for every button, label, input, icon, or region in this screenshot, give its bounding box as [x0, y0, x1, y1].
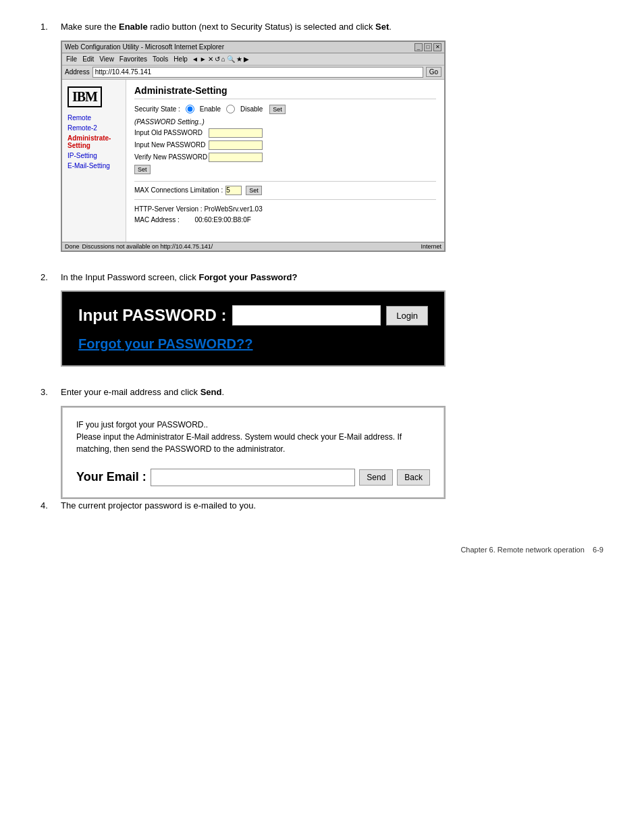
verify-password-label: Verify New PASSWORD	[134, 153, 209, 161]
go-button[interactable]: Go	[426, 67, 441, 77]
step-3-number: 3.	[41, 386, 61, 397]
menu-help[interactable]: Help	[173, 55, 188, 63]
step-1-text-middle: radio button (next to Security Status) i…	[148, 22, 375, 32]
step-1: 1. Make sure the Enable radio button (ne…	[41, 20, 603, 252]
step-4-real-content: The current projector password is e-mail…	[61, 499, 603, 519]
password-section-title: (PASSWORD Setting..)	[134, 118, 436, 126]
enable-radio[interactable]	[186, 105, 194, 113]
address-label: Address	[65, 68, 90, 76]
divider2	[134, 199, 436, 200]
step-2-text-before: In the Input Password screen, click	[61, 272, 198, 282]
security-state-row: Security State : Enable Disable Set	[134, 105, 436, 114]
menu-favorites[interactable]: Favorites	[119, 55, 147, 63]
password-box: Input PASSWORD : Login Forgot your PASSW…	[61, 290, 446, 367]
browser-title: Web Configuration Utility - Microsoft In…	[65, 43, 224, 51]
stop-icon[interactable]: ✕	[208, 55, 213, 63]
browser-window: Web Configuration Utility - Microsoft In…	[61, 41, 446, 252]
menu-file[interactable]: File	[66, 55, 77, 63]
browser-statusbar: Done Discussions not available on http:/…	[62, 242, 444, 251]
password-section: (PASSWORD Setting..) Input Old PASSWORD …	[134, 118, 436, 177]
menu-edit[interactable]: Edit	[82, 55, 94, 63]
new-password-input[interactable]	[209, 140, 263, 150]
home-icon[interactable]: ⌂	[221, 55, 225, 63]
http-server-value: ProWebSrv.ver1.03	[204, 205, 262, 213]
nav-remote[interactable]: Remote	[68, 114, 120, 122]
address-input[interactable]	[92, 67, 423, 78]
browser-menubar: File Edit View Favorites Tools Help ◄ ► …	[62, 53, 444, 66]
password-main-input[interactable]	[232, 305, 381, 325]
footer-page: 6-9	[593, 546, 603, 554]
back-icon[interactable]: ◄	[192, 55, 198, 63]
nav-remote2[interactable]: Remote-2	[68, 124, 120, 132]
minimize-btn[interactable]: _	[414, 43, 423, 51]
back-button[interactable]: Back	[397, 469, 430, 486]
status-left: Done Discussions not available on http:/…	[65, 243, 213, 250]
nav-administrate[interactable]: Administrate-Setting	[68, 134, 120, 149]
server-info: HTTP-Server Version : ProWebSrv.ver1.03 …	[134, 204, 436, 226]
footer-chapter: Chapter 6. Remote network operation	[460, 546, 584, 554]
security-set-btn[interactable]: Set	[269, 105, 286, 114]
verify-password-input[interactable]	[209, 153, 263, 162]
login-button[interactable]: Login	[386, 306, 428, 325]
step-3-bold1: Send	[200, 387, 222, 397]
old-password-input[interactable]	[209, 128, 263, 138]
step-2-text: In the Input Password screen, click Forg…	[61, 271, 603, 284]
max-conn-label: MAX Connections Limitation :	[134, 186, 223, 194]
step-4-real: 4. The current projector password is e-m…	[41, 499, 603, 519]
http-server-row: HTTP-Server Version : ProWebSrv.ver1.03	[134, 204, 436, 215]
email-label: Your Email :	[76, 470, 146, 484]
email-box: IF you just forgot your PASSWORD.. Pleas…	[61, 406, 446, 499]
close-btn[interactable]: ✕	[433, 43, 441, 51]
step-2-bold1: Forgot your Password?	[198, 272, 297, 282]
step-2: 2. In the Input Password screen, click F…	[41, 271, 603, 367]
step-4-real-text: The current projector password is e-mail…	[61, 499, 603, 513]
step-1-text: Make sure the Enable radio button (next …	[61, 20, 603, 34]
max-conn-row: MAX Connections Limitation : Set	[134, 186, 436, 195]
step-1-bold2: Set	[375, 22, 389, 32]
forgot-link[interactable]: Forgot your PASSWORD??	[78, 336, 253, 352]
mac-row: MAC Address : 00:60:E9:00:B8:0F	[134, 215, 436, 226]
forward-icon[interactable]: ►	[200, 55, 207, 63]
step-4-real-number: 4.	[41, 499, 61, 511]
email-box-inner: IF you just forgot your PASSWORD.. Pleas…	[62, 407, 444, 498]
password-set-btn[interactable]: Set	[134, 165, 151, 174]
disable-radio[interactable]	[226, 105, 235, 113]
step-3-content: Enter your e-mail address and click Send…	[61, 386, 603, 499]
refresh-icon[interactable]: ↺	[215, 55, 220, 63]
step-3-text-before: Enter your e-mail address and click	[61, 387, 200, 397]
max-conn-input[interactable]	[225, 186, 242, 195]
mac-value: 00:60:E9:00:B8:0F	[194, 216, 250, 224]
nav-ip-setting[interactable]: IP-Setting	[68, 152, 120, 159]
password-box-inner: Input PASSWORD : Login Forgot your PASSW…	[62, 292, 444, 365]
nav-email-setting[interactable]: E-Mail-Setting	[68, 162, 120, 170]
max-conn-set-btn[interactable]: Set	[246, 186, 262, 195]
menu-view[interactable]: View	[99, 55, 114, 63]
step-3-text: Enter your e-mail address and click Send…	[61, 386, 603, 399]
favorites-icon[interactable]: ★	[236, 55, 242, 63]
disable-label: Disable	[240, 105, 263, 113]
menu-tools[interactable]: Tools	[153, 55, 168, 63]
old-password-label: Input Old PASSWORD	[134, 129, 209, 136]
restore-btn[interactable]: □	[424, 43, 432, 51]
browser-addressbar: Address Go	[62, 66, 444, 80]
page-title: Administrate-Setting	[134, 85, 436, 99]
email-description: IF you just forgot your PASSWORD.. Pleas…	[76, 419, 430, 455]
media-icon[interactable]: ▶	[244, 55, 249, 63]
status-message: Discussions not available on http://10.4…	[82, 243, 213, 250]
status-zone: Internet	[421, 243, 441, 250]
search-icon[interactable]: 🔍	[227, 55, 235, 63]
divider1	[134, 181, 436, 182]
web-sidebar: IBM Remote Remote-2 Administrate-Setting…	[62, 80, 126, 242]
send-button[interactable]: Send	[359, 469, 393, 486]
email-input[interactable]	[151, 469, 356, 486]
step-2-content: In the Input Password screen, click Forg…	[61, 271, 603, 367]
step-1-text-before: Make sure the	[61, 22, 119, 32]
step-1-bold1: Enable	[119, 22, 148, 32]
password-main-label: Input PASSWORD :	[78, 306, 227, 325]
step-3: 3. Enter your e-mail address and click S…	[41, 386, 603, 499]
new-password-row: Input New PASSWORD	[134, 140, 436, 150]
step-1-number: 1.	[41, 20, 61, 32]
password-input-row: Input PASSWORD : Login	[78, 305, 428, 325]
step-1-content: Make sure the Enable radio button (next …	[61, 20, 603, 252]
forgot-link-container: Forgot your PASSWORD??	[78, 336, 428, 352]
